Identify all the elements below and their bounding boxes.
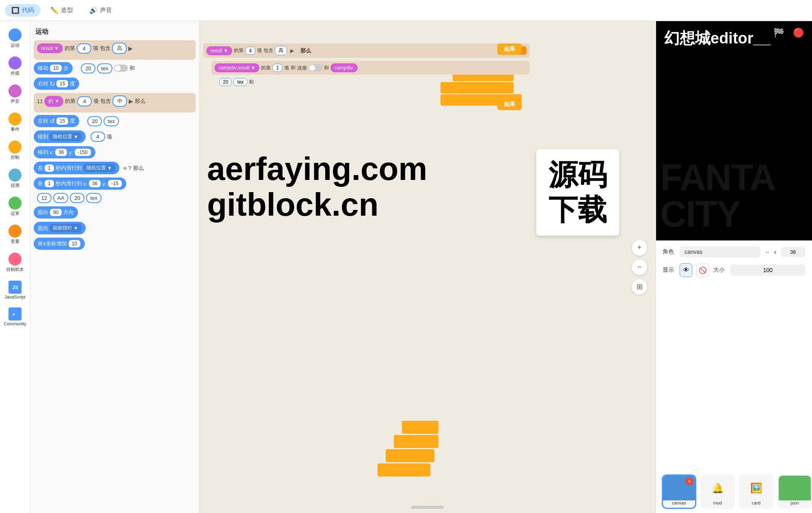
y-value[interactable]: -150 bbox=[74, 148, 91, 156]
result-block[interactable]: result ▼ bbox=[37, 43, 63, 53]
ellipsis2-icon: ▶ bbox=[129, 98, 133, 104]
sprite-json[interactable]: json bbox=[777, 474, 812, 509]
direction-block[interactable]: 面向 90 方向 bbox=[34, 206, 78, 219]
num20-input[interactable]: 20 bbox=[81, 63, 95, 74]
campdiv-block[interactable]: campdiv.result ▼ bbox=[214, 63, 259, 72]
move-block[interactable]: 移动 10 步 bbox=[34, 62, 73, 74]
turn-right-block[interactable]: 右转 ↻ 15 度 bbox=[34, 78, 79, 90]
mouse-dropdown[interactable]: 鼠标指针 ▼ bbox=[50, 224, 82, 232]
de2-label: 的第 bbox=[65, 97, 76, 105]
toggle-stage[interactable] bbox=[309, 64, 322, 71]
glide-random-block[interactable]: 在 1 秒内滑行到 随机位置 ▼ bbox=[34, 162, 119, 174]
y-label2: y: bbox=[69, 149, 73, 156]
size-input[interactable] bbox=[730, 264, 806, 276]
texb-input[interactable]: tex bbox=[104, 116, 119, 126]
sprite-mod[interactable]: 🔔 mod bbox=[700, 474, 735, 509]
result-stage-arrow: ▼ bbox=[223, 48, 228, 54]
tex-stage[interactable]: tex bbox=[233, 78, 247, 86]
sprite-card[interactable]: 🖼️ card bbox=[739, 474, 773, 509]
gao-input[interactable]: 高 bbox=[112, 43, 127, 54]
show-visible-btn[interactable]: 👁 bbox=[680, 263, 692, 277]
sidebar-javascript-label: JavaScript bbox=[4, 294, 25, 299]
zoom-in-btn[interactable]: + bbox=[631, 240, 648, 256]
move-value[interactable]: 10 bbox=[50, 64, 62, 72]
num4-input[interactable]: 4 bbox=[91, 132, 105, 142]
sidebar-item-sensing[interactable]: 侦测 bbox=[2, 165, 28, 192]
item-num-input[interactable]: 4 bbox=[77, 43, 91, 54]
toggle-and[interactable] bbox=[114, 65, 128, 72]
if2-block[interactable]: 如果 bbox=[497, 99, 522, 110]
xiang4-label: 项 bbox=[284, 65, 289, 71]
show-hidden-btn[interactable]: 🚫 bbox=[696, 263, 709, 277]
direction-value[interactable]: 90 bbox=[50, 208, 62, 216]
x-coord-input[interactable] bbox=[781, 247, 806, 257]
sidebar-item-control[interactable]: 控制 bbox=[2, 137, 28, 164]
glide-x-val[interactable]: 36 bbox=[89, 180, 101, 188]
num1-stage[interactable]: 1 bbox=[272, 64, 283, 72]
turn-left-block-row: 左转 ↺ 15 度 20 tex bbox=[34, 115, 196, 127]
tab-costume[interactable]: ✏️ 造型 bbox=[44, 4, 80, 17]
de-dropdown[interactable]: 的 ▼ bbox=[44, 96, 63, 107]
num4-stage[interactable]: 4 bbox=[245, 47, 255, 55]
goto-block[interactable]: 移到 随机位置 ▼ bbox=[34, 130, 86, 143]
num20c-input[interactable]: 20 bbox=[70, 193, 84, 203]
num20-stage[interactable]: 20 bbox=[219, 78, 232, 86]
run-button[interactable]: 🏁 bbox=[771, 25, 786, 41]
stop-button[interactable]: 🔴 bbox=[790, 25, 806, 41]
goto-xy-block[interactable]: 移到 x: 36 y: -150 bbox=[34, 146, 95, 158]
gao-stage[interactable]: 高 bbox=[275, 46, 287, 55]
glide-xy-block[interactable]: 在 1 秒内滑行到 x: 36 y: -15 bbox=[34, 177, 126, 190]
x-value[interactable]: 36 bbox=[55, 148, 67, 156]
num20b-input[interactable]: 20 bbox=[87, 116, 102, 126]
direction-mouse-block[interactable]: 面向 鼠标指针 ▼ bbox=[34, 222, 86, 234]
source-text1: 源码 bbox=[549, 157, 607, 192]
glide-time[interactable]: 1 bbox=[44, 164, 54, 172]
eye-off-icon: 🚫 bbox=[699, 266, 707, 274]
turn-left-value[interactable]: 15 bbox=[56, 117, 69, 125]
sidebar-item-community[interactable]: ★ Community bbox=[2, 304, 28, 329]
sidebar-item-operators[interactable]: 运算 bbox=[2, 193, 28, 220]
glide-dropdown-label: 随机位置 bbox=[86, 165, 106, 171]
change-x-value[interactable]: 10 bbox=[68, 240, 81, 248]
sidebar-operators-label: 运算 bbox=[11, 210, 19, 216]
result-block-stage[interactable]: result ▼ bbox=[206, 46, 232, 55]
turn-left-block[interactable]: 左转 ↺ 15 度 bbox=[34, 115, 79, 127]
glide-xy-time[interactable]: 1 bbox=[44, 180, 54, 188]
sound-tab-icon: 🔊 bbox=[89, 6, 97, 14]
zhong-input[interactable]: 中 bbox=[112, 95, 127, 107]
tab-sound[interactable]: 🔊 声音 bbox=[83, 4, 119, 17]
sidebar-events-label: 事件 bbox=[11, 126, 19, 132]
svg-text:★: ★ bbox=[12, 312, 15, 316]
if1-block[interactable]: 如果 bbox=[497, 43, 522, 55]
aa-input[interactable]: AA bbox=[53, 193, 68, 203]
random-dropdown[interactable]: 随机位置 ▼ bbox=[50, 132, 82, 141]
num12-input[interactable]: 12 bbox=[37, 193, 52, 203]
texc-input[interactable]: tex bbox=[86, 193, 101, 203]
glide-dropdown[interactable]: 随机位置 ▼ bbox=[83, 164, 115, 172]
zoom-fit-btn[interactable]: ⊞ bbox=[631, 279, 648, 295]
campdiv2-block[interactable]: campdiv. bbox=[330, 63, 358, 72]
b-orange-1 bbox=[402, 421, 438, 434]
sidebar-item-variables[interactable]: 变量 bbox=[2, 221, 28, 248]
sprite-name-input[interactable] bbox=[680, 246, 760, 258]
preview-title-text: 幻想城editor__ bbox=[664, 30, 771, 47]
sidebar-item-sound[interactable]: 声音 bbox=[2, 81, 28, 108]
stage-scrollbar[interactable] bbox=[411, 506, 444, 509]
sidebar-item-motion[interactable]: 运动 bbox=[2, 25, 28, 52]
size-label: 大小 bbox=[713, 266, 726, 274]
sidebar-item-events[interactable]: 事件 bbox=[2, 109, 28, 136]
sidebar-item-javascript[interactable]: JS JavaScript bbox=[2, 277, 28, 303]
zoom-out-btn[interactable]: − bbox=[631, 259, 648, 275]
tab-code[interactable]: 🔲 代码 bbox=[5, 4, 41, 17]
turn-right-value[interactable]: 15 bbox=[56, 80, 69, 88]
sidebar-item-custom[interactable]: 自制积木 bbox=[2, 249, 28, 276]
item4-input[interactable]: 4 bbox=[77, 96, 92, 106]
sprite-canvas-delete[interactable]: × bbox=[685, 477, 693, 485]
sidebar-item-looks[interactable]: 外观 bbox=[2, 53, 28, 80]
sprite-canvas[interactable]: × canvas bbox=[662, 474, 696, 509]
change-x-block[interactable]: 将x坐标增加 10 bbox=[34, 238, 85, 250]
baohan2-label: 包含 bbox=[100, 97, 111, 105]
glide-xy-label: 在 bbox=[38, 180, 43, 187]
glide-y-val[interactable]: -15 bbox=[108, 180, 122, 188]
tex-input[interactable]: tex bbox=[97, 63, 112, 74]
